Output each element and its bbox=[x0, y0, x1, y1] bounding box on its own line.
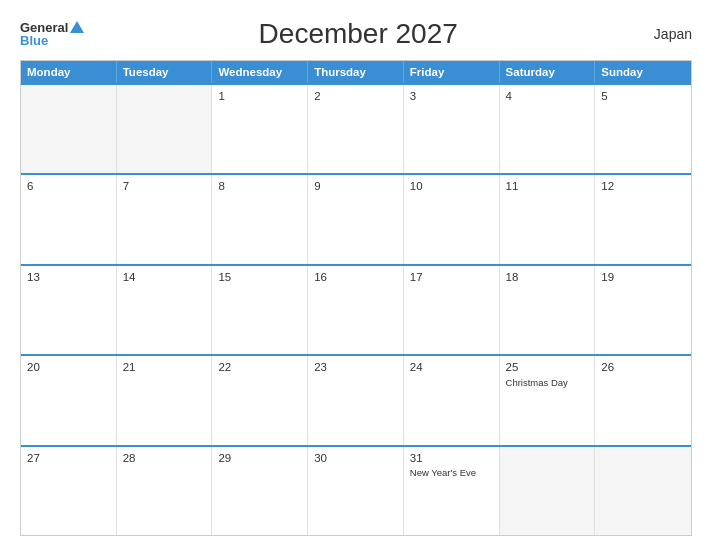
day-number: 4 bbox=[506, 90, 589, 104]
day-number: 15 bbox=[218, 271, 301, 285]
day-event: Christmas Day bbox=[506, 377, 589, 389]
calendar-cell: 20 bbox=[21, 356, 117, 444]
calendar-body: 1234567891011121314151617181920212223242… bbox=[21, 83, 691, 535]
calendar-cell: 30 bbox=[308, 447, 404, 535]
calendar-week-5: 2728293031New Year's Eve bbox=[21, 445, 691, 535]
calendar-cell: 5 bbox=[595, 85, 691, 173]
calendar-cell: 25Christmas Day bbox=[500, 356, 596, 444]
calendar-cell: 1 bbox=[212, 85, 308, 173]
calendar-cell: 18 bbox=[500, 266, 596, 354]
calendar-cell bbox=[500, 447, 596, 535]
page-header: General Blue December 2027 Japan bbox=[20, 18, 692, 50]
day-number: 3 bbox=[410, 90, 493, 104]
calendar-cell: 31New Year's Eve bbox=[404, 447, 500, 535]
col-monday: Monday bbox=[21, 61, 117, 83]
day-event: New Year's Eve bbox=[410, 467, 493, 479]
day-number: 7 bbox=[123, 180, 206, 194]
day-number: 27 bbox=[27, 452, 110, 466]
calendar-cell: 9 bbox=[308, 175, 404, 263]
day-number: 10 bbox=[410, 180, 493, 194]
logo: General Blue bbox=[20, 21, 84, 47]
calendar-page: General Blue December 2027 Japan Monday … bbox=[0, 0, 712, 550]
calendar-cell bbox=[21, 85, 117, 173]
calendar-cell: 6 bbox=[21, 175, 117, 263]
logo-blue-text: Blue bbox=[20, 34, 48, 47]
calendar-grid: Monday Tuesday Wednesday Thursday Friday… bbox=[20, 60, 692, 536]
calendar-cell: 2 bbox=[308, 85, 404, 173]
day-number: 2 bbox=[314, 90, 397, 104]
calendar-cell: 15 bbox=[212, 266, 308, 354]
calendar-cell: 14 bbox=[117, 266, 213, 354]
calendar-cell: 10 bbox=[404, 175, 500, 263]
col-tuesday: Tuesday bbox=[117, 61, 213, 83]
page-title: December 2027 bbox=[84, 18, 632, 50]
calendar-cell: 29 bbox=[212, 447, 308, 535]
calendar-cell: 13 bbox=[21, 266, 117, 354]
calendar-cell: 21 bbox=[117, 356, 213, 444]
day-number: 17 bbox=[410, 271, 493, 285]
col-sunday: Sunday bbox=[595, 61, 691, 83]
day-number: 22 bbox=[218, 361, 301, 375]
calendar-cell: 23 bbox=[308, 356, 404, 444]
col-wednesday: Wednesday bbox=[212, 61, 308, 83]
calendar-cell: 8 bbox=[212, 175, 308, 263]
calendar-week-2: 6789101112 bbox=[21, 173, 691, 263]
day-number: 12 bbox=[601, 180, 685, 194]
day-number: 9 bbox=[314, 180, 397, 194]
calendar-week-1: 12345 bbox=[21, 83, 691, 173]
day-number: 16 bbox=[314, 271, 397, 285]
day-number: 31 bbox=[410, 452, 493, 466]
day-number: 6 bbox=[27, 180, 110, 194]
calendar-cell: 27 bbox=[21, 447, 117, 535]
calendar-cell: 16 bbox=[308, 266, 404, 354]
logo-triangle-icon bbox=[70, 21, 84, 33]
calendar-cell bbox=[117, 85, 213, 173]
day-number: 8 bbox=[218, 180, 301, 194]
day-number: 29 bbox=[218, 452, 301, 466]
day-number: 5 bbox=[601, 90, 685, 104]
calendar-cell: 19 bbox=[595, 266, 691, 354]
calendar-cell: 12 bbox=[595, 175, 691, 263]
day-number: 24 bbox=[410, 361, 493, 375]
country-label: Japan bbox=[632, 26, 692, 42]
calendar-cell: 22 bbox=[212, 356, 308, 444]
day-number: 28 bbox=[123, 452, 206, 466]
day-number: 20 bbox=[27, 361, 110, 375]
calendar-cell: 4 bbox=[500, 85, 596, 173]
day-number: 11 bbox=[506, 180, 589, 194]
day-number: 1 bbox=[218, 90, 301, 104]
col-saturday: Saturday bbox=[500, 61, 596, 83]
day-number: 30 bbox=[314, 452, 397, 466]
calendar-cell: 17 bbox=[404, 266, 500, 354]
day-number: 23 bbox=[314, 361, 397, 375]
day-number: 21 bbox=[123, 361, 206, 375]
day-number: 18 bbox=[506, 271, 589, 285]
calendar-cell: 3 bbox=[404, 85, 500, 173]
calendar-cell: 26 bbox=[595, 356, 691, 444]
calendar-cell: 7 bbox=[117, 175, 213, 263]
day-number: 25 bbox=[506, 361, 589, 375]
calendar-header: Monday Tuesday Wednesday Thursday Friday… bbox=[21, 61, 691, 83]
calendar-cell bbox=[595, 447, 691, 535]
day-number: 26 bbox=[601, 361, 685, 375]
calendar-week-4: 202122232425Christmas Day26 bbox=[21, 354, 691, 444]
col-thursday: Thursday bbox=[308, 61, 404, 83]
day-number: 13 bbox=[27, 271, 110, 285]
calendar-week-3: 13141516171819 bbox=[21, 264, 691, 354]
calendar-cell: 11 bbox=[500, 175, 596, 263]
col-friday: Friday bbox=[404, 61, 500, 83]
day-number: 19 bbox=[601, 271, 685, 285]
calendar-cell: 28 bbox=[117, 447, 213, 535]
day-number: 14 bbox=[123, 271, 206, 285]
calendar-cell: 24 bbox=[404, 356, 500, 444]
